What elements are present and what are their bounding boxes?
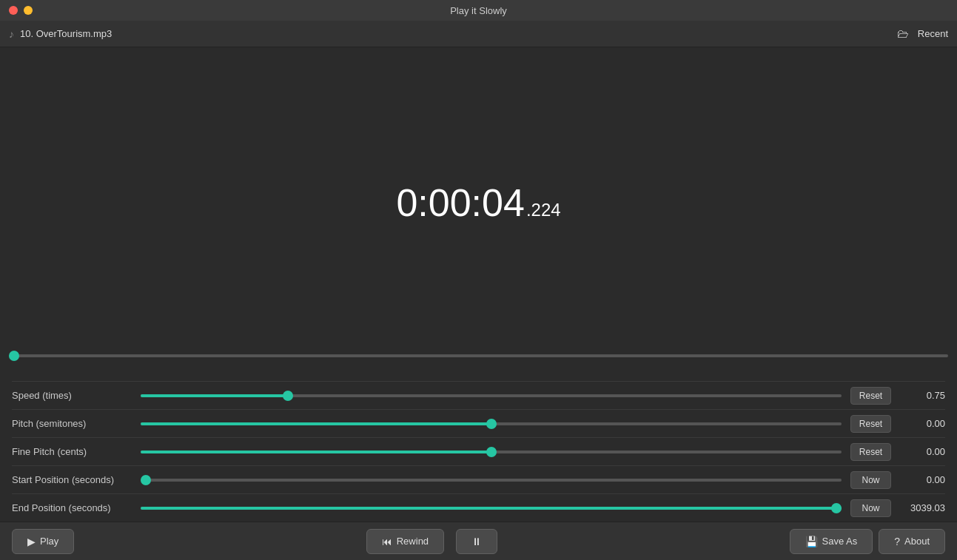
timer-main: 0:00:04 xyxy=(396,181,525,225)
start-pos-now-button[interactable]: Now xyxy=(850,471,891,489)
fine-pitch-label: Fine Pitch (cents) xyxy=(12,446,138,457)
pause-icon: ⏸ xyxy=(471,536,482,547)
play-button[interactable]: ▶ Play xyxy=(12,529,74,554)
speed-fill xyxy=(141,394,288,397)
titlebar: Play it Slowly xyxy=(0,0,957,21)
rewind-button[interactable]: ⏮ Rewind xyxy=(366,529,444,554)
rewind-icon: ⏮ xyxy=(382,536,392,547)
speed-reset-button[interactable]: Reset xyxy=(850,387,891,405)
main-content: 0:00:04 .224 xyxy=(0,47,957,372)
fine-pitch-slider-wrapper[interactable] xyxy=(138,451,844,453)
pitch-track xyxy=(141,422,842,425)
saveas-icon: 💾 xyxy=(805,536,818,547)
end-pos-fill xyxy=(141,507,842,510)
speed-value: 0.75 xyxy=(897,390,945,401)
pause-button[interactable]: ⏸ xyxy=(456,529,497,554)
speed-thumb[interactable] xyxy=(283,391,293,401)
pitch-slider-row: Pitch (semitones) Reset 0.00 xyxy=(12,409,945,437)
start-pos-track xyxy=(141,479,842,482)
saveas-label: Save As xyxy=(822,536,858,547)
fine-pitch-thumb[interactable] xyxy=(486,447,497,457)
speed-track xyxy=(141,394,842,397)
pitch-reset-button[interactable]: Reset xyxy=(850,415,891,433)
speed-slider-row: Speed (times) Reset 0.75 xyxy=(12,381,945,409)
filebar: ♪ 10. OverTourism.mp3 🗁 Recent xyxy=(0,21,957,47)
start-pos-slider-wrapper[interactable] xyxy=(138,479,844,482)
recent-button[interactable]: Recent xyxy=(918,28,948,39)
about-icon: ? xyxy=(894,536,900,547)
fine-pitch-value: 0.00 xyxy=(897,446,945,457)
music-icon: ♪ xyxy=(9,28,14,40)
start-pos-value: 0.00 xyxy=(897,474,945,485)
progress-area[interactable] xyxy=(0,354,957,357)
open-folder-icon[interactable]: 🗁 xyxy=(897,27,909,41)
fine-pitch-slider-row: Fine Pitch (cents) Reset 0.00 xyxy=(12,437,945,465)
start-pos-thumb[interactable] xyxy=(141,475,151,485)
fine-pitch-track xyxy=(141,451,842,453)
traffic-lights xyxy=(9,6,33,15)
about-label: About xyxy=(904,536,930,547)
start-pos-label: Start Position (seconds) xyxy=(12,474,138,485)
fine-pitch-reset-button[interactable]: Reset xyxy=(850,443,891,461)
end-pos-slider-row: End Position (seconds) Now 3039.03 xyxy=(12,493,945,522)
fine-pitch-fill xyxy=(141,451,491,453)
pitch-label: Pitch (semitones) xyxy=(12,418,138,429)
end-pos-track xyxy=(141,507,842,510)
play-icon: ▶ xyxy=(27,536,36,547)
speed-slider-wrapper[interactable] xyxy=(138,394,844,397)
timer-sub: .224 xyxy=(526,200,561,220)
start-pos-slider-row: Start Position (seconds) Now 0.00 xyxy=(12,465,945,493)
end-pos-value: 3039.03 xyxy=(897,502,945,513)
progress-track[interactable] xyxy=(9,354,948,357)
saveas-button[interactable]: 💾 Save As xyxy=(790,529,873,554)
minimize-traffic-light[interactable] xyxy=(24,6,33,15)
end-pos-now-button[interactable]: Now xyxy=(850,499,891,517)
end-pos-label: End Position (seconds) xyxy=(12,502,138,513)
pitch-value: 0.00 xyxy=(897,418,945,429)
pitch-fill xyxy=(141,422,491,425)
controls-area: Speed (times) Reset 0.75 Pitch (semitone… xyxy=(0,372,957,522)
about-button[interactable]: ? About xyxy=(879,529,945,554)
end-pos-slider-wrapper[interactable] xyxy=(138,507,844,510)
timer-display: 0:00:04 .224 xyxy=(396,181,560,225)
progress-thumb[interactable] xyxy=(9,351,19,361)
pitch-slider-wrapper[interactable] xyxy=(138,422,844,425)
play-label: Play xyxy=(40,536,58,547)
bottom-toolbar: ▶ Play ⏮ Rewind ⏸ 💾 Save As ? About xyxy=(0,522,957,560)
close-traffic-light[interactable] xyxy=(9,6,18,15)
window-title: Play it Slowly xyxy=(450,5,507,16)
speed-label: Speed (times) xyxy=(12,390,138,401)
filename-label: 10. OverTourism.mp3 xyxy=(20,28,897,39)
rewind-label: Rewind xyxy=(397,536,429,547)
end-pos-thumb[interactable] xyxy=(831,503,842,513)
pitch-thumb[interactable] xyxy=(486,419,497,429)
